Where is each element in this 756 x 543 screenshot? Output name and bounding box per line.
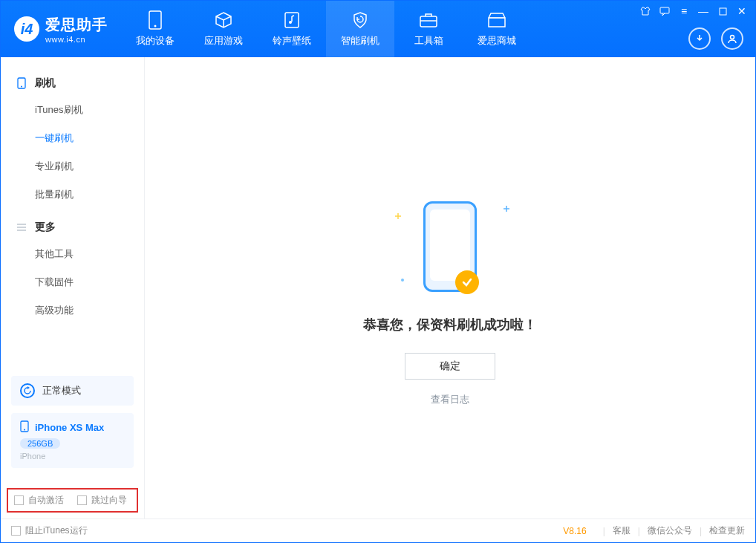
sidebar-item-firmware[interactable]: 下载固件 [1, 268, 144, 296]
version-label: V8.16 [563, 526, 586, 536]
main-tabs: 我的设备 应用游戏 铃声壁纸 智能刷机 工具箱 爱思商城 [121, 1, 531, 57]
svg-point-12 [401, 279, 404, 282]
download-button[interactable] [688, 27, 711, 50]
tab-store[interactable]: 爱思商城 [463, 1, 531, 57]
checkmark-icon [455, 270, 479, 294]
cube-icon [214, 10, 233, 30]
device-card[interactable]: iPhone XS Max 256GB iPhone [11, 413, 134, 468]
tab-my-device[interactable]: 我的设备 [121, 1, 189, 57]
device-icon [16, 77, 27, 89]
phone-icon [146, 10, 165, 30]
close-icon[interactable]: ✕ [734, 4, 749, 19]
view-log-link[interactable]: 查看日志 [431, 393, 469, 406]
svg-point-7 [731, 36, 734, 39]
sidebar-item-onekey-flash[interactable]: 一键刷机 [1, 124, 144, 152]
checkbox-block-itunes[interactable]: 阻止iTunes运行 [11, 524, 88, 537]
sidebar-group-more: 更多 [1, 215, 144, 240]
ok-button[interactable]: 确定 [405, 353, 495, 380]
music-icon [282, 10, 302, 30]
svg-point-11 [24, 429, 25, 431]
mode-label: 正常模式 [42, 384, 81, 397]
tab-apps[interactable]: 应用游戏 [189, 1, 258, 57]
checkbox-auto-activate[interactable]: 自动激活 [14, 494, 64, 507]
device-type: iPhone [20, 452, 125, 461]
checkbox-skip-guide[interactable]: 跳过向导 [77, 494, 127, 507]
list-icon [16, 221, 27, 233]
success-message: 恭喜您，保资料刷机成功啦！ [363, 316, 537, 334]
sidebar-item-advanced[interactable]: 高级功能 [1, 296, 144, 325]
svg-point-9 [21, 86, 22, 88]
sidebar-item-pro-flash[interactable]: 专业刷机 [1, 152, 144, 181]
sidebar-item-itunes-flash[interactable]: iTunes刷机 [1, 96, 144, 124]
feedback-icon[interactable] [657, 4, 672, 19]
skin-icon[interactable] [638, 4, 653, 19]
svg-rect-4 [420, 16, 437, 27]
svg-point-1 [154, 25, 157, 27]
menu-icon[interactable]: ≡ [677, 4, 691, 19]
minimize-icon[interactable]: — [696, 4, 711, 19]
window-controls: ≡ — ✕ [638, 4, 749, 19]
device-name: iPhone XS Max [35, 422, 104, 433]
svg-rect-5 [660, 7, 669, 13]
footer: 阻止iTunes运行 V8.16 | 客服 | 微信公众号 | 检查更新 [1, 518, 755, 542]
svg-rect-6 [720, 8, 726, 15]
header-actions [688, 27, 743, 50]
account-button[interactable] [721, 27, 743, 50]
sidebar-group-flash: 刷机 [1, 71, 144, 96]
app-name: 爱思助手 [45, 15, 108, 35]
main-content: 恭喜您，保资料刷机成功啦！ 确定 查看日志 [145, 57, 755, 518]
maximize-icon[interactable] [715, 4, 730, 19]
device-capacity: 256GB [20, 438, 60, 449]
app-logo: i4 爱思助手 www.i4.cn [1, 15, 121, 44]
logo-icon: i4 [14, 16, 39, 42]
support-link[interactable]: 客服 [613, 524, 630, 537]
shield-icon [351, 10, 370, 30]
sidebar-item-other-tools[interactable]: 其他工具 [1, 240, 144, 268]
sidebar: 刷机 iTunes刷机 一键刷机 专业刷机 批量刷机 更多 其他工具 下载固件 … [1, 57, 145, 518]
app-site: www.i4.cn [45, 35, 108, 44]
app-window: i4 爱思助手 www.i4.cn 我的设备 应用游戏 铃声壁纸 智能刷机 [0, 0, 756, 543]
refresh-icon [20, 383, 35, 398]
tab-ringtones[interactable]: 铃声壁纸 [258, 1, 326, 57]
svg-point-3 [289, 21, 292, 24]
store-icon [487, 10, 506, 30]
mode-card[interactable]: 正常模式 [11, 376, 134, 406]
toolbox-icon [419, 10, 438, 30]
tab-smart-flash[interactable]: 智能刷机 [326, 1, 394, 57]
check-update-link[interactable]: 检查更新 [709, 524, 745, 537]
wechat-link[interactable]: 微信公众号 [648, 524, 692, 537]
sidebar-item-batch-flash[interactable]: 批量刷机 [1, 181, 144, 209]
phone-small-icon [20, 420, 29, 435]
phone-illustration [414, 198, 486, 295]
header: i4 爱思助手 www.i4.cn 我的设备 应用游戏 铃声壁纸 智能刷机 [1, 1, 755, 57]
success-panel: 恭喜您，保资料刷机成功啦！ 确定 查看日志 [145, 198, 755, 406]
tab-toolbox[interactable]: 工具箱 [394, 1, 463, 57]
options-row: 自动激活 跳过向导 [7, 488, 138, 513]
